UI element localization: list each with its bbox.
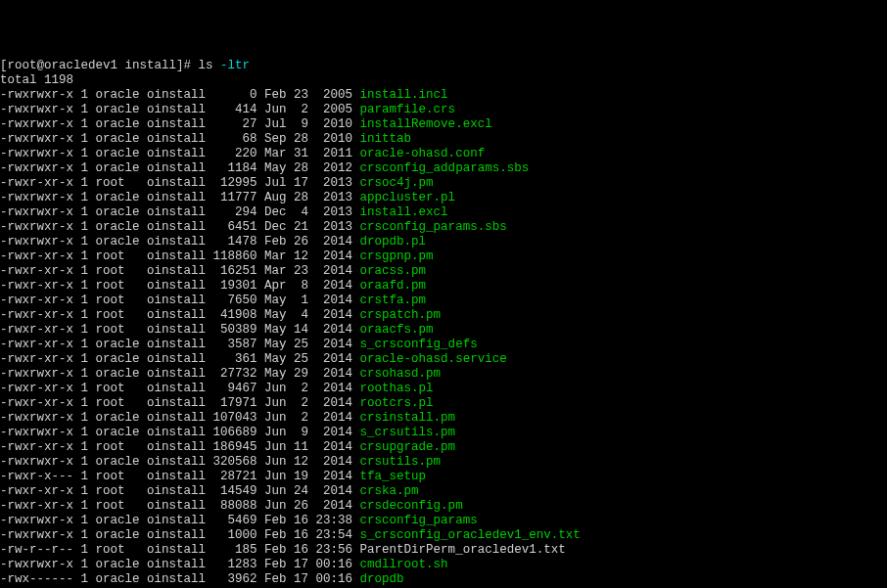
file-perms: -rwx------: [0, 572, 73, 586]
file-group: oinstall: [140, 147, 207, 160]
file-date: Dec 4 2013: [257, 205, 360, 219]
file-perms: -rwxrwxr-x: [0, 514, 73, 527]
file-links: 1: [73, 176, 88, 190]
file-links: 1: [73, 191, 88, 204]
file-name: installRemove.excl: [360, 117, 492, 131]
file-group: oinstall: [140, 323, 207, 337]
file-name: inittab: [360, 132, 412, 146]
file-owner: root: [88, 323, 140, 337]
file-name: s_crsconfig_oracledev1_env.txt: [360, 528, 581, 542]
file-name: crska.pm: [360, 484, 419, 498]
file-size: 320568: [206, 455, 257, 469]
file-links: 1: [73, 220, 88, 234]
file-owner: root: [88, 543, 140, 557]
file-date: Apr 8 2014: [257, 279, 360, 293]
file-name: crsconfig_params: [360, 514, 478, 527]
file-name: s_crsconfig_defs: [360, 338, 478, 351]
file-row: -rwxr-xr-x 1 oracle oinstall 361 May 25 …: [0, 352, 887, 367]
file-owner: root: [88, 382, 140, 395]
file-perms: -rwxr-xr-x: [0, 249, 73, 263]
file-group: oinstall: [140, 411, 207, 425]
file-row: -rwxrwxr-x 1 oracle oinstall 27 Jul 9 20…: [0, 117, 887, 132]
file-row: -rwxr-xr-x 1 root oinstall 19301 Apr 8 2…: [0, 279, 887, 294]
file-perms: -rwxr-xr-x: [0, 440, 73, 454]
prompt-line[interactable]: [root@oracledev1 install]# ls -ltr: [0, 59, 887, 73]
file-owner: root: [88, 176, 140, 190]
file-size: 9467: [206, 382, 257, 395]
file-owner: oracle: [88, 411, 140, 425]
file-owner: root: [88, 470, 140, 483]
file-group: oinstall: [140, 220, 207, 234]
file-group: oinstall: [140, 382, 207, 395]
file-links: 1: [73, 205, 88, 219]
file-row: -rwxrwxr-x 1 oracle oinstall 1000 Feb 16…: [0, 528, 887, 543]
file-name: tfa_setup: [360, 470, 427, 483]
file-perms: -rwxrwxr-x: [0, 103, 73, 116]
file-links: 1: [73, 161, 88, 175]
file-perms: -rwxrwxr-x: [0, 88, 73, 102]
file-date: May 4 2014: [257, 308, 360, 322]
file-row: -rwxr-xr-x 1 root oinstall 14549 Jun 24 …: [0, 484, 887, 499]
file-date: Jun 26 2014: [257, 499, 360, 513]
file-links: 1: [73, 543, 88, 557]
file-owner: oracle: [88, 426, 140, 439]
file-group: oinstall: [140, 294, 207, 307]
file-row: -rwxrwxr-x 1 oracle oinstall 11777 Aug 2…: [0, 191, 887, 205]
file-links: 1: [73, 528, 88, 542]
command-name: ls: [199, 59, 221, 72]
file-owner: root: [88, 294, 140, 307]
file-size: 16251: [206, 264, 257, 278]
file-size: 1283: [206, 558, 257, 571]
file-row: -rwxrwxr-x 1 oracle oinstall 68 Sep 28 2…: [0, 132, 887, 147]
file-owner: oracle: [88, 191, 140, 204]
file-name: crsupgrade.pm: [360, 440, 456, 454]
file-size: 88088: [206, 499, 257, 513]
file-links: 1: [73, 426, 88, 439]
file-perms: -rwxrwxr-x: [0, 411, 73, 425]
file-owner: root: [88, 279, 140, 293]
file-owner: oracle: [88, 88, 140, 102]
file-perms: -rwxrwxr-x: [0, 558, 73, 571]
file-owner: oracle: [88, 161, 140, 175]
file-group: oinstall: [140, 558, 207, 571]
file-links: 1: [73, 411, 88, 425]
file-perms: -rwxrwxr-x: [0, 117, 73, 131]
file-name: appcluster.pl: [360, 191, 456, 204]
file-group: oinstall: [140, 249, 207, 263]
file-perms: -rwxr-xr-x: [0, 279, 73, 293]
file-date: May 25 2014: [257, 352, 360, 366]
file-size: 50389: [206, 323, 257, 337]
file-name: oraafd.pm: [360, 279, 427, 293]
file-date: Aug 28 2013: [257, 191, 360, 204]
file-name: crsoc4j.pm: [360, 176, 434, 190]
file-group: oinstall: [140, 440, 207, 454]
file-perms: -rwxrwxr-x: [0, 147, 73, 160]
file-group: oinstall: [140, 352, 207, 366]
file-name: s_crsutils.pm: [360, 426, 456, 439]
command-flags: -ltr: [220, 59, 250, 72]
file-links: 1: [73, 147, 88, 160]
file-links: 1: [73, 308, 88, 322]
file-date: Mar 23 2014: [257, 264, 360, 278]
file-group: oinstall: [140, 514, 207, 527]
file-date: Feb 16 23:54: [257, 528, 360, 542]
file-perms: -rwxrwxr-x: [0, 191, 73, 204]
file-size: 27: [206, 117, 257, 131]
file-links: 1: [73, 294, 88, 307]
file-group: oinstall: [140, 176, 207, 190]
file-owner: root: [88, 396, 140, 410]
file-row: -rwxrwxr-x 1 oracle oinstall 320568 Jun …: [0, 455, 887, 470]
file-name: crstfa.pm: [360, 294, 427, 307]
file-row: -rwxrwxr-x 1 oracle oinstall 414 Jun 2 2…: [0, 103, 887, 117]
file-row: -rwxr-xr-x 1 root oinstall 88088 Jun 26 …: [0, 499, 887, 514]
file-links: 1: [73, 117, 88, 131]
file-links: 1: [73, 558, 88, 571]
file-perms: -rwxr-xr-x: [0, 338, 73, 351]
file-row: -rwxrwxr-x 1 oracle oinstall 1283 Feb 17…: [0, 558, 887, 572]
file-size: 186945: [206, 440, 257, 454]
file-date: Dec 21 2013: [257, 220, 360, 234]
file-row: -rwxrwxr-x 1 oracle oinstall 6451 Dec 21…: [0, 220, 887, 235]
file-links: 1: [73, 264, 88, 278]
file-row: -rwxr-xr-x 1 root oinstall 17971 Jun 2 2…: [0, 396, 887, 411]
file-row: -rwxrwxr-x 1 oracle oinstall 27732 May 2…: [0, 367, 887, 382]
